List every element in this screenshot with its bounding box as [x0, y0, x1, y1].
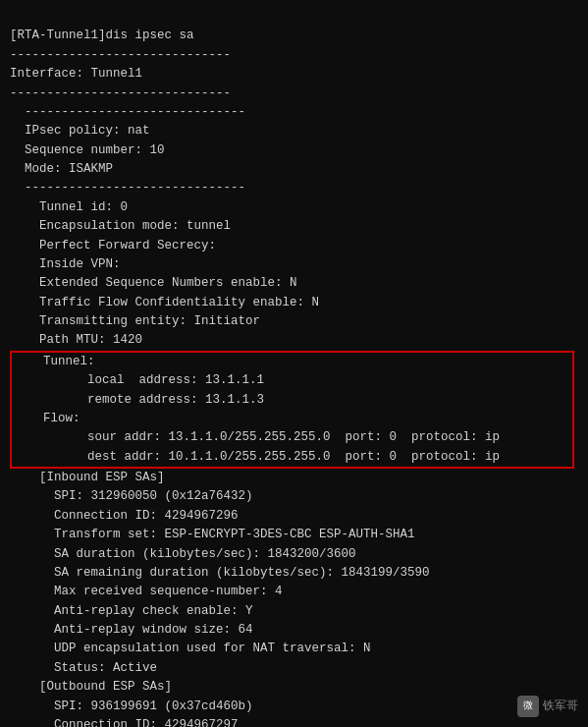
line: local address: 13.1.1.1: [14, 371, 570, 390]
line: [Outbound ESP SAs]: [10, 678, 578, 697]
line: Traffic Flow Confidentiality enable: N: [10, 294, 578, 312]
highlight-box: Tunnel: local address: 13.1.1.1 remote a…: [10, 351, 574, 469]
line: Anti-replay window size: 64: [10, 621, 578, 640]
line: Sequence number: 10: [10, 141, 578, 160]
line: ------------------------------: [10, 179, 578, 197]
watermark-text: 铁军哥: [543, 698, 578, 716]
line: SPI: 312960050 (0x12a76432): [10, 487, 578, 506]
line: UDP encapsulation used for NAT traversal…: [10, 640, 578, 658]
line: ------------------------------: [10, 103, 578, 122]
line: Encapsulation mode: tunnel: [10, 217, 578, 236]
line: Path MTU: 1420: [10, 331, 578, 350]
watermark-icon: 微: [517, 696, 539, 717]
line: Extended Sequence Numbers enable: N: [10, 274, 578, 293]
line: Transform set: ESP-ENCRYPT-3DES-CBC ESP-…: [10, 526, 578, 544]
line: Anti-replay check enable: Y: [10, 602, 578, 621]
line: SA remaining duration (kilobytes/sec): 1…: [10, 564, 578, 583]
line: Tunnel id: 0: [10, 198, 578, 217]
line: IPsec policy: nat: [10, 122, 578, 140]
line: Perfect Forward Secrecy:: [10, 237, 578, 255]
line: Interface: Tunnel1: [10, 65, 578, 84]
line: SPI: 936199691 (0x37cd460b): [10, 698, 578, 716]
line: [Inbound ESP SAs]: [10, 469, 578, 487]
line: Connection ID: 4294967297: [10, 716, 578, 727]
line: ------------------------------: [10, 46, 578, 65]
line: Connection ID: 4294967296: [10, 507, 578, 526]
line: Transmitting entity: Initiator: [10, 312, 578, 331]
line: [RTA-Tunnel1]dis ipsec sa: [10, 27, 578, 45]
line: SA duration (kilobytes/sec): 1843200/360…: [10, 545, 578, 564]
line: ------------------------------: [10, 84, 578, 103]
watermark: 微 铁军哥: [517, 696, 578, 717]
line: Status: Active: [10, 659, 578, 678]
line: Inside VPN:: [10, 255, 578, 274]
line: Flow:: [14, 410, 570, 428]
line: Max received sequence-number: 4: [10, 583, 578, 601]
line: remote address: 13.1.1.3: [14, 391, 570, 410]
line: Mode: ISAKMP: [10, 160, 578, 179]
line: Tunnel:: [14, 353, 570, 371]
terminal-output: [RTA-Tunnel1]dis ipsec sa---------------…: [10, 8, 578, 727]
line: sour addr: 13.1.1.0/255.255.255.0 port: …: [14, 428, 570, 447]
line: dest addr: 10.1.1.0/255.255.255.0 port: …: [14, 448, 570, 467]
